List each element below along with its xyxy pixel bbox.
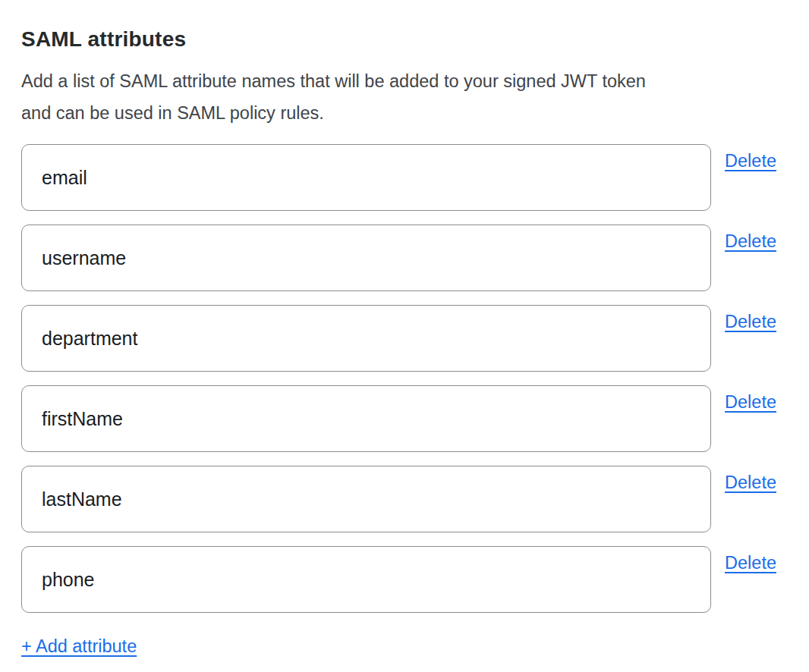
attribute-input-phone[interactable] <box>21 546 711 613</box>
page-title: SAML attributes <box>21 27 776 52</box>
section-description-line1: Add a list of SAML attribute names that … <box>21 65 776 97</box>
section-description-line2: and can be used in SAML policy rules. <box>21 97 776 129</box>
attribute-input-username[interactable] <box>21 225 711 291</box>
saml-attributes-section: SAML attributes Add a list of SAML attri… <box>0 0 809 657</box>
attribute-row-firstname: Delete <box>21 385 776 452</box>
attribute-row-department: Delete <box>21 305 776 372</box>
attribute-input-firstname[interactable] <box>21 385 711 452</box>
attribute-row-email: Delete <box>21 144 776 211</box>
section-description: Add a list of SAML attribute names that … <box>21 65 776 129</box>
delete-attribute-link-username[interactable]: Delete <box>725 231 776 252</box>
delete-attribute-link-department[interactable]: Delete <box>725 311 776 332</box>
attribute-list: Delete Delete Delete Delete Delete Delet… <box>21 144 776 613</box>
attribute-row-username: Delete <box>21 225 776 291</box>
attribute-input-email[interactable] <box>21 144 711 211</box>
delete-attribute-link-email[interactable]: Delete <box>725 150 776 171</box>
delete-attribute-link-firstname[interactable]: Delete <box>725 391 776 413</box>
attribute-input-department[interactable] <box>21 305 711 372</box>
delete-attribute-link-lastname[interactable]: Delete <box>725 472 776 493</box>
add-attribute-link[interactable]: + Add attribute <box>21 636 137 657</box>
attribute-row-phone: Delete <box>21 546 776 613</box>
delete-attribute-link-phone[interactable]: Delete <box>725 552 776 573</box>
attribute-row-lastname: Delete <box>21 466 776 532</box>
attribute-input-lastname[interactable] <box>21 466 711 532</box>
